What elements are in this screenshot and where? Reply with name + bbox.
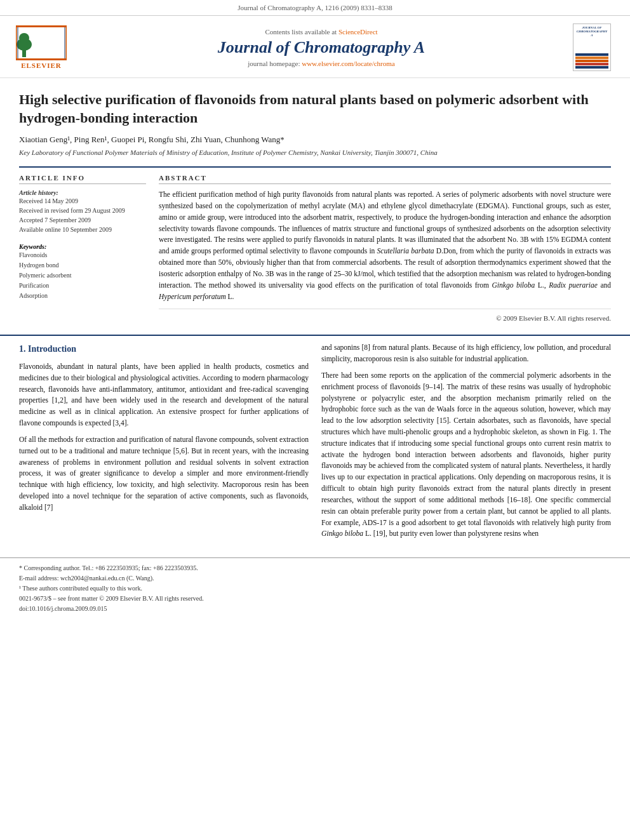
homepage-line: journal homepage: www.elsevier.com/locat… — [70, 60, 573, 67]
stripe-2 — [575, 57, 608, 59]
affiliation: Key Laboratory of Functional Polymer Mat… — [19, 149, 611, 156]
article-area: High selective purification of flavonoid… — [0, 78, 630, 335]
history-revised: Received in revised form 29 August 2009 — [19, 206, 146, 215]
body-right-col: and saponins [8] from natural plants. Be… — [321, 342, 611, 545]
right-para-1: and saponins [8] from natural plants. Be… — [321, 342, 611, 365]
than-word: than — [453, 530, 466, 537]
journal-center: Contents lists available at ScienceDirec… — [70, 28, 573, 67]
intro-para-1: Flavonoids, abundant in natural plants, … — [19, 361, 309, 429]
journal-name: Journal of Chromatography A — [70, 38, 573, 57]
body-two-col: 1. Introduction Flavonoids, abundant in … — [19, 342, 611, 545]
intro-title: 1. Introduction — [19, 342, 309, 356]
intro-section-number: 1. — [19, 344, 26, 354]
authors: Xiaotian Geng¹, Ping Ren¹, Guopei Pi, Ro… — [19, 135, 611, 145]
stripe-3 — [575, 60, 608, 62]
journal-citation-bar: Journal of Chromatography A, 1216 (2009)… — [0, 0, 630, 16]
abstract-col: ABSTRACT The efficient purification meth… — [159, 174, 611, 322]
corresponding-author: * Corresponding author. Tel.: +86 222350… — [19, 563, 611, 573]
kw-flavonoids: Flavonoids — [19, 250, 146, 260]
abstract-header: ABSTRACT — [159, 174, 611, 184]
homepage-label: journal homepage: — [248, 60, 300, 67]
history-received: Received 14 May 2009 — [19, 196, 146, 206]
history-online: Available online 10 September 2009 — [19, 225, 146, 234]
doi: doi:10.1016/j.chroma.2009.09.015 — [19, 604, 611, 614]
stripe-4 — [575, 63, 608, 65]
article-info-col: ARTICLE INFO Article history: Received 1… — [19, 174, 146, 322]
article-info-header: ARTICLE INFO — [19, 174, 146, 184]
copyright: © 2009 Elsevier B.V. All rights reserved… — [159, 309, 611, 322]
abstract-text: The efficient purification method of hig… — [159, 189, 611, 302]
svg-point-2 — [19, 33, 29, 43]
article-history: Article history: Received 14 May 2009 Re… — [19, 189, 146, 234]
journal-header: ELSEVIER Contents lists available at Sci… — [0, 16, 630, 78]
issn: 0021-9673/$ – see front matter © 2009 El… — [19, 594, 611, 604]
history-label: Article history: — [19, 189, 146, 196]
body-area: 1. Introduction Flavonoids, abundant in … — [0, 335, 630, 557]
intro-para-2: Of all the methods for extraction and pu… — [19, 434, 309, 514]
sciencedirect-link[interactable]: ScienceDirect — [338, 28, 378, 36]
kw-purification: Purification — [19, 281, 146, 291]
journal-thumbnail: JOURNAL OFCHROMATOGRAPHY A — [573, 23, 611, 71]
keywords-section: Keywords: Flavonoids Hydrogen bond Polym… — [19, 243, 146, 301]
kw-hydrogen: Hydrogen bond — [19, 260, 146, 270]
svg-rect-7 — [16, 25, 67, 27]
stripe-1 — [575, 53, 608, 56]
article-info-abstract: ARTICLE INFO Article history: Received 1… — [19, 166, 611, 322]
journal-citation: Journal of Chromatography A, 1216 (2009)… — [238, 4, 392, 11]
history-accepted: Accepted 7 September 2009 — [19, 215, 146, 225]
thumbnail-title: JOURNAL OFCHROMATOGRAPHY A — [575, 26, 608, 37]
svg-rect-8 — [16, 58, 67, 60]
body-left-col: 1. Introduction Flavonoids, abundant in … — [19, 342, 309, 545]
thumbnail-stripes — [575, 39, 608, 69]
keywords-label: Keywords: — [19, 243, 146, 250]
elsevier-logo-svg — [16, 25, 67, 60]
stripe-5 — [575, 66, 608, 69]
sciencedirect-line: Contents lists available at ScienceDirec… — [70, 28, 573, 36]
kw-adsorption: Adsorption — [19, 291, 146, 301]
contents-available-label: Contents lists available at — [265, 28, 337, 36]
right-para-2: There had been some reports on the appli… — [321, 370, 611, 540]
article-title: High selective purification of flavonoid… — [19, 91, 611, 127]
authors-text: Xiaotian Geng¹, Ping Ren¹, Guopei Pi, Ro… — [19, 135, 285, 144]
homepage-url[interactable]: www.elsevier.com/locate/chroma — [302, 60, 395, 67]
intro-section-title: Introduction — [28, 344, 76, 354]
footnotes: * Corresponding author. Tel.: +86 222350… — [0, 557, 630, 619]
kw-polymeric: Polymeric adsorbent — [19, 270, 146, 281]
equal-contribution: ¹ These authors contributed equally to t… — [19, 583, 611, 594]
elsevier-logo: ELSEVIER — [13, 25, 70, 69]
elsevier-text: ELSEVIER — [21, 62, 62, 69]
page: Journal of Chromatography A, 1216 (2009)… — [0, 0, 630, 840]
email-address: E-mail address: wch2004@nankai.edu.cn (C… — [19, 573, 611, 583]
